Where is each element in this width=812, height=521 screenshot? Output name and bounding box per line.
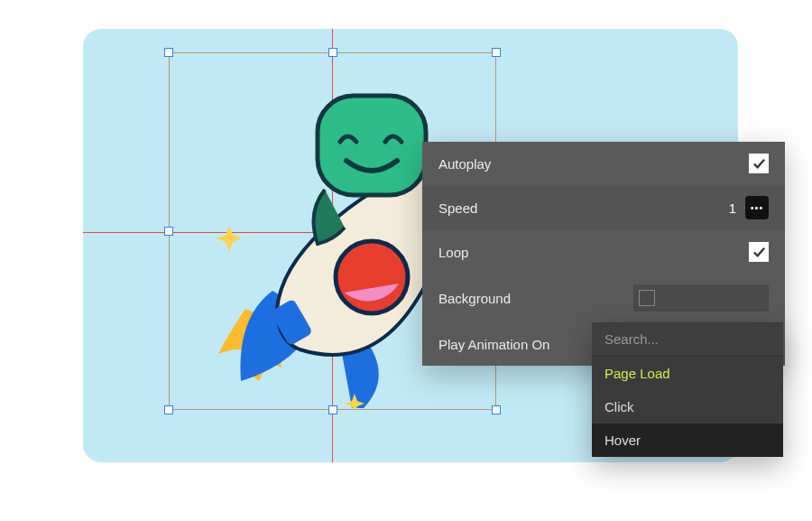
resize-handle-bottom-left[interactable]	[164, 405, 173, 414]
dots-icon: •••	[751, 202, 764, 213]
play-on-label: Play Animation On	[438, 337, 549, 352]
resize-handle-top-middle[interactable]	[328, 48, 337, 57]
background-label: Background	[438, 291, 511, 306]
dropdown-item-click[interactable]: Click	[592, 390, 783, 423]
play-on-dropdown: Search... Page Load Click Hover	[592, 322, 783, 457]
resize-handle-top-right[interactable]	[492, 48, 501, 57]
speed-input[interactable]	[704, 196, 740, 219]
resize-handle-top-left[interactable]	[164, 48, 173, 57]
resize-handle-middle-left[interactable]	[164, 227, 173, 236]
dropdown-item-hover[interactable]: Hover	[592, 423, 783, 457]
speed-row: Speed •••	[422, 185, 785, 230]
check-icon	[752, 157, 766, 171]
dropdown-item-page-load[interactable]: Page Load	[592, 357, 783, 390]
loop-checkbox[interactable]	[749, 242, 769, 262]
dropdown-search-input[interactable]: Search...	[592, 322, 783, 357]
autoplay-row: Autoplay	[422, 142, 785, 185]
background-color-picker[interactable]	[633, 284, 769, 312]
color-swatch-icon	[639, 290, 655, 306]
loop-label: Loop	[438, 245, 468, 260]
speed-label: Speed	[438, 200, 477, 216]
background-row: Background	[422, 274, 785, 322]
autoplay-checkbox[interactable]	[749, 154, 769, 173]
check-icon	[752, 246, 766, 259]
resize-handle-bottom-right[interactable]	[492, 405, 501, 414]
speed-more-button[interactable]: •••	[745, 196, 769, 219]
loop-row: Loop	[422, 230, 785, 274]
resize-handle-bottom-middle[interactable]	[328, 405, 337, 414]
autoplay-label: Autoplay	[438, 156, 491, 172]
